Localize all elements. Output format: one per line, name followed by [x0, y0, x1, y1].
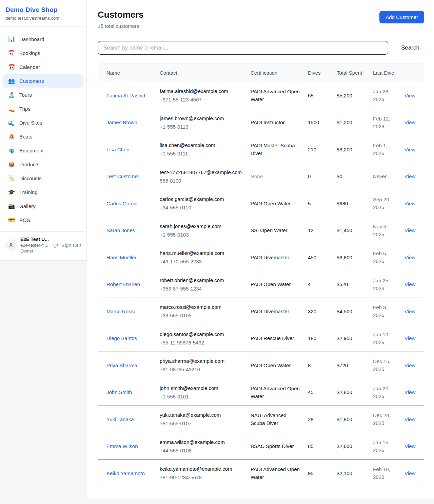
dives-cell: 1500: [304, 109, 333, 136]
customer-email: james.brown@example.com: [160, 114, 242, 122]
page-header: Customers 15 total customers Add Custome…: [98, 10, 424, 29]
view-link[interactable]: View: [405, 227, 415, 233]
sidebar-item-calendar[interactable]: 📆 Calendar: [3, 60, 83, 74]
customer-name-link[interactable]: Carlos Garcia: [106, 200, 138, 207]
sidebar-item-training[interactable]: 🎓 Training: [3, 186, 83, 199]
view-link[interactable]: View: [405, 335, 415, 341]
last-dive-cell: Nov 5, 2025: [369, 217, 400, 244]
sidebar-item-label: Training: [19, 189, 38, 195]
total-spent-cell: $2,850: [333, 379, 369, 406]
customer-email: carlos.garcia@example.com: [160, 195, 242, 203]
view-link[interactable]: View: [405, 416, 415, 422]
customer-email: marco.rossi@example.com: [160, 303, 242, 311]
view-link[interactable]: View: [405, 281, 415, 287]
customer-name-link[interactable]: Hans Mueller: [106, 254, 136, 261]
view-link[interactable]: View: [405, 173, 415, 179]
sidebar-item-dive-sites[interactable]: 🌊 Dive Sites: [3, 116, 83, 129]
last-dive-cell: Feb 12, 2026: [369, 109, 400, 136]
camera-icon: 📸: [8, 203, 15, 209]
view-link[interactable]: View: [405, 362, 415, 368]
certification-cell: NAUI Advanced Scuba Diver: [246, 406, 304, 433]
sign-out-button[interactable]: Sign Out: [53, 242, 81, 248]
customer-name-link[interactable]: Priya Sharma: [106, 361, 137, 369]
view-link[interactable]: View: [405, 119, 415, 125]
search-input[interactable]: [98, 41, 388, 55]
package-icon: 📦: [8, 161, 15, 168]
sidebar-item-equipment[interactable]: 🤿 Equipment: [3, 144, 83, 157]
wave-icon: 🌊: [8, 119, 15, 126]
total-spent-cell: $5,200: [333, 82, 369, 109]
customer-phone: +81-90-1234-5678: [160, 473, 242, 481]
sidebar-user-section: E2E Test U... e2e-tester@... Owner Sign …: [0, 231, 86, 260]
search-button[interactable]: Search: [396, 42, 424, 53]
table-row: James Brown james.brown@example.com +1-5…: [98, 109, 424, 136]
customer-phone: +55-11-99876-5432: [160, 339, 242, 347]
customer-phone: +1-555-0113: [160, 123, 242, 131]
view-link[interactable]: View: [405, 470, 415, 476]
customer-email: diego.santos@example.com: [160, 330, 242, 338]
graduation-cap-icon: 🎓: [8, 189, 15, 195]
customer-email: priya.sharma@example.com: [160, 357, 242, 365]
customer-name-link[interactable]: Sarah Jones: [106, 226, 135, 234]
certification-cell: PADI Open Water: [246, 271, 304, 298]
view-link[interactable]: View: [405, 147, 415, 152]
customer-name-link[interactable]: Test Customer: [106, 172, 139, 180]
total-spent-cell: $3,200: [333, 136, 369, 163]
customer-name-link[interactable]: Lisa Chen: [106, 146, 130, 153]
dives-cell: 320: [304, 298, 333, 325]
dives-cell: 210: [304, 136, 333, 163]
contact-cell: test-1772681807767@example.com 555-0100: [156, 163, 246, 190]
user-meta: E2E Test U... e2e-tester@... Owner: [20, 237, 50, 254]
column-header-actions: [400, 64, 424, 82]
sidebar-item-discounts[interactable]: 🏷️ Discounts: [3, 172, 83, 185]
view-link[interactable]: View: [405, 201, 415, 206]
customer-name-link[interactable]: Yuki Tanaka: [106, 415, 134, 423]
customer-name-link[interactable]: Robert O'Brien: [106, 280, 140, 288]
dives-cell: 85: [304, 433, 333, 460]
sidebar-item-dashboard[interactable]: 📊 Dashboard: [3, 33, 83, 46]
sidebar-item-boats[interactable]: ⛵ Boats: [3, 130, 83, 143]
search-row: Search: [98, 41, 424, 55]
customer-name-link[interactable]: Diego Santos: [106, 334, 137, 342]
view-link[interactable]: View: [405, 443, 415, 449]
dives-cell: 0: [304, 163, 333, 190]
sidebar-item-trips[interactable]: 🚤 Trips: [3, 102, 83, 115]
customer-phone: +1-555-0101: [160, 393, 242, 400]
island-icon: 🏝️: [8, 92, 15, 98]
tag-icon: 🏷️: [8, 175, 15, 182]
sidebar-item-tours[interactable]: 🏝️ Tours: [3, 88, 83, 101]
view-link[interactable]: View: [405, 389, 415, 395]
customer-email: fatima.alrashid@example.com: [160, 87, 242, 95]
customer-name-link[interactable]: Keiko Yamamoto: [106, 469, 145, 477]
last-dive-cell: Jan 20, 2026: [369, 379, 400, 406]
sidebar-item-pos[interactable]: 💳 POS: [3, 213, 83, 227]
sidebar-item-gallery[interactable]: 📸 Gallery: [3, 200, 83, 213]
person-icon: [8, 242, 14, 248]
view-link[interactable]: View: [405, 93, 415, 98]
sidebar-item-bookings[interactable]: 📅 Bookings: [3, 46, 83, 60]
sidebar-item-label: Calendar: [19, 64, 40, 70]
total-spent-cell: $3,800: [333, 244, 369, 271]
view-link[interactable]: View: [405, 255, 415, 260]
table-row: Marco Rossi marco.rossi@example.com +39-…: [98, 298, 424, 325]
main-content: Customers 15 total customers Add Custome…: [87, 0, 434, 499]
customer-name-link[interactable]: John Smith: [106, 388, 132, 396]
sidebar-item-customers[interactable]: 👥 Customers: [3, 74, 83, 88]
diving-mask-icon: 🤿: [8, 147, 15, 154]
customer-name-link[interactable]: Fatima Al-Rashid: [106, 92, 145, 99]
sidebar-item-products[interactable]: 📦 Products: [3, 158, 83, 171]
customer-name-link[interactable]: Marco Rossi: [106, 307, 135, 315]
sidebar-header: Demo Dive Shop demo.test.divestreams.com: [0, 0, 86, 26]
view-link[interactable]: View: [405, 309, 415, 314]
total-spent-cell: $1,450: [333, 217, 369, 244]
contact-cell: sarah.jones@example.com +1-555-0103: [156, 217, 246, 244]
sidebar: Demo Dive Shop demo.test.divestreams.com…: [0, 0, 87, 261]
table-row: Yuki Tanaka yuki.tanaka@example.com +81-…: [98, 406, 424, 433]
table-row: Sarah Jones sarah.jones@example.com +1-5…: [98, 217, 424, 244]
dives-cell: 180: [304, 325, 333, 352]
customer-name-link[interactable]: Emma Wilson: [106, 442, 138, 450]
customer-phone: +81-555-0107: [160, 419, 242, 427]
add-customer-button[interactable]: Add Customer: [379, 11, 424, 23]
column-header-last-dive: Last Dive: [369, 64, 400, 82]
customer-name-link[interactable]: James Brown: [106, 118, 137, 126]
